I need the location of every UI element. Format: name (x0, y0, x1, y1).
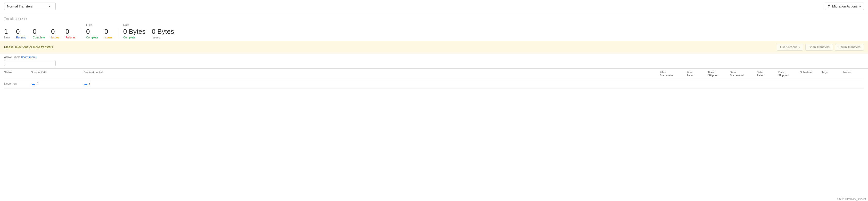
row-source-path-text: / (37, 82, 37, 85)
row-destination-path-text: / (89, 82, 90, 85)
stat-complete-label: Complete (33, 36, 45, 39)
stats-row: 1 New 0 Running 0 Complete 0 Issues 0 (4, 23, 864, 39)
stat-failures-value: 0 (65, 28, 69, 35)
col-files-failed: FilesFailed (686, 71, 707, 77)
stat-data-complete-value: 0 Bytes (123, 28, 146, 35)
stat-new: 1 New (4, 28, 10, 39)
user-actions-button[interactable]: User Actions ▾ (777, 44, 803, 51)
scan-transfers-label: Scan Transfers (809, 46, 830, 49)
transfers-group: 1 New 0 Running 0 Complete 0 Issues 0 (4, 26, 75, 39)
stat-files-issues-label: Issues (104, 36, 113, 39)
chevron-down-icon: ▾ (49, 4, 51, 8)
migration-actions-label: Migration Actions (832, 4, 858, 8)
migration-actions-button[interactable]: ⚙ Migration Actions ▾ (825, 3, 864, 10)
top-bar: Normal Transfers ▾ ⚙ Migration Actions ▾ (0, 0, 868, 13)
cloud-icon: ☁ (84, 81, 88, 86)
learn-more-link[interactable]: (learn more): (21, 55, 37, 59)
stat-new-value: 1 (4, 28, 8, 35)
cloud-icon: ☁ (31, 81, 35, 86)
action-bar-buttons: User Actions ▾ Scan Transfers Rerun Tran… (777, 44, 864, 51)
table-header: Status Source Path Destination Path File… (4, 69, 864, 79)
stat-complete: 0 Complete (33, 28, 45, 39)
stat-files-complete-value: 0 (86, 28, 90, 35)
stat-issues-label: Issues (51, 36, 59, 39)
files-group: Files 0 Complete 0 Issues (86, 23, 113, 39)
transfers-count: ( 1 / 1 ) (18, 17, 27, 20)
col-source-path: Source Path (31, 71, 83, 77)
user-actions-label: User Actions (780, 46, 797, 49)
stats-section: Transfers ( 1 / 1 ) 1 New 0 Running 0 Co… (0, 13, 868, 41)
data-section-label: Data (123, 23, 174, 26)
col-tags: Tags (822, 71, 842, 77)
stat-running: 0 Running (16, 28, 27, 39)
filters-section: Active Filters (learn more): (0, 53, 868, 69)
stat-files-complete-label: Complete (86, 36, 98, 39)
col-data-failed: DataFailed (756, 71, 777, 77)
col-files-successful: FilesSuccessful (660, 71, 685, 77)
stat-issues-value: 0 (51, 28, 55, 35)
col-files-skipped: FilesSkipped (708, 71, 729, 77)
stats-header: Transfers ( 1 / 1 ) (4, 17, 864, 21)
col-schedule: Schedule (800, 71, 820, 77)
files-section-label: Files (86, 23, 113, 26)
chevron-down-icon: ▾ (798, 46, 800, 49)
transfers-dropdown[interactable]: Normal Transfers ▾ (4, 3, 56, 10)
stat-failures-label: Failures (65, 36, 75, 39)
col-destination-path: Destination Path (84, 71, 659, 77)
data-stat-group: 0 Bytes Complete 0 Bytes Issues (123, 28, 174, 39)
col-notes: Notes (843, 71, 864, 77)
transfers-label: Transfers (4, 17, 17, 21)
stat-data-issues-value: 0 Bytes (152, 28, 174, 35)
stat-files-issues: 0 Issues (104, 28, 113, 39)
stat-running-label: Running (16, 36, 27, 39)
stat-new-label: New (4, 36, 10, 39)
stat-data-issues: 0 Bytes Issues (152, 28, 174, 39)
row-status: Never run (4, 82, 30, 85)
stat-running-value: 0 (16, 28, 20, 35)
rerun-transfers-button[interactable]: Rerun Transfers (835, 44, 864, 51)
action-bar-message: Please select one or more transfers (4, 46, 53, 49)
scan-transfers-button[interactable]: Scan Transfers (805, 44, 833, 51)
stat-complete-value: 0 (33, 28, 36, 35)
gear-icon: ⚙ (828, 4, 831, 8)
row-destination-path: ☁ / (84, 81, 659, 86)
active-filters-text: Active Filters (4, 55, 20, 59)
table-row[interactable]: Never run ☁ / ☁ / (4, 79, 864, 88)
rerun-transfers-label: Rerun Transfers (838, 46, 861, 49)
stat-files-complete: 0 Complete (86, 28, 98, 39)
table-section: Status Source Path Destination Path File… (0, 69, 868, 88)
action-bar: Please select one or more transfers User… (0, 41, 868, 53)
chevron-down-icon: ▾ (859, 4, 861, 8)
col-data-skipped: DataSkipped (778, 71, 799, 77)
data-group: Data 0 Bytes Complete 0 Bytes Issues (123, 23, 174, 39)
col-status: Status (4, 71, 30, 77)
transfers-stat-group: 1 New 0 Running 0 Complete 0 Issues 0 (4, 28, 75, 39)
divider-1 (81, 29, 81, 39)
stat-data-complete: 0 Bytes Complete (123, 28, 146, 39)
transfers-dropdown-label: Normal Transfers (7, 4, 33, 8)
col-data-successful: DataSuccessful (730, 71, 755, 77)
stat-files-issues-value: 0 (104, 28, 108, 35)
files-stat-group: 0 Complete 0 Issues (86, 28, 113, 39)
filter-input[interactable] (4, 60, 56, 66)
stat-data-complete-label: Complete (123, 36, 135, 39)
filters-label: Active Filters (learn more): (4, 55, 864, 59)
stat-failures: 0 Failures (65, 28, 75, 39)
row-source-path: ☁ / (31, 81, 83, 86)
stat-issues: 0 Issues (51, 28, 59, 39)
stat-data-issues-label: Issues (152, 36, 160, 39)
